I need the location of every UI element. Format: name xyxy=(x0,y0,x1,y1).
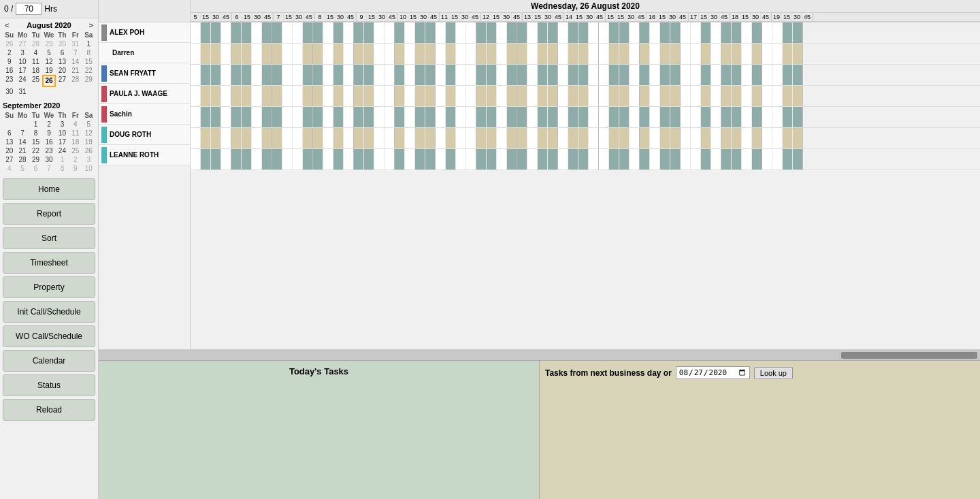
resource-row-3[interactable]: PAULA J. WAAGE xyxy=(99,84,190,104)
sep-day-3[interactable]: 3 xyxy=(56,120,69,129)
lookup-button[interactable]: Look up xyxy=(754,367,793,379)
sep-day-30[interactable]: 30 xyxy=(42,155,55,164)
nav-reload[interactable]: Reload xyxy=(3,399,95,421)
sep-day-9[interactable]: 9 xyxy=(69,164,82,173)
sep-day-12[interactable]: 12 xyxy=(82,129,95,138)
sep-day-[interactable] xyxy=(3,120,16,129)
sep-day-1[interactable]: 1 xyxy=(29,120,42,129)
aug-day-5[interactable]: 5 xyxy=(42,48,55,57)
aug-day-8[interactable]: 8 xyxy=(82,48,95,57)
aug-day-6[interactable]: 6 xyxy=(56,48,69,57)
sep-day-4[interactable]: 4 xyxy=(3,164,16,173)
aug-day-21[interactable]: 21 xyxy=(69,66,82,75)
aug-day-23[interactable]: 23 xyxy=(3,75,16,87)
resource-row-6[interactable]: LEANNE ROTH xyxy=(99,145,190,165)
nav-init-call/schedule[interactable]: Init Call/Schedule xyxy=(3,301,95,323)
aug-day-27[interactable]: 27 xyxy=(16,39,29,48)
resource-row-4[interactable]: Sachin xyxy=(99,104,190,125)
sep-day-22[interactable]: 22 xyxy=(29,146,42,155)
aug-day-9[interactable]: 9 xyxy=(3,57,16,66)
aug-prev-button[interactable]: < xyxy=(3,21,11,29)
sep-day-4[interactable]: 4 xyxy=(69,120,82,129)
sep-day-25[interactable]: 25 xyxy=(69,146,82,155)
sep-day-2[interactable]: 2 xyxy=(42,120,55,129)
resource-row-2[interactable]: SEAN FRYATT xyxy=(99,63,190,84)
scrollbar-row[interactable] xyxy=(99,350,980,361)
sep-day-9[interactable]: 9 xyxy=(42,129,55,138)
aug-day-14[interactable]: 14 xyxy=(69,57,82,66)
sep-day-1[interactable]: 1 xyxy=(56,155,69,164)
sep-day-19[interactable]: 19 xyxy=(82,138,95,146)
resource-row-1[interactable]: Darren xyxy=(99,43,190,63)
aug-day-2[interactable]: 2 xyxy=(3,48,16,57)
sep-day-2[interactable]: 2 xyxy=(69,155,82,164)
aug-day-20[interactable]: 20 xyxy=(56,66,69,75)
sep-day-10[interactable]: 10 xyxy=(56,129,69,138)
aug-day-19[interactable]: 19 xyxy=(42,66,55,75)
sep-day-20[interactable]: 20 xyxy=(3,146,16,155)
sep-day-5[interactable]: 5 xyxy=(82,120,95,129)
sep-day-8[interactable]: 8 xyxy=(29,129,42,138)
sep-day-10[interactable]: 10 xyxy=(82,164,95,173)
scrollbar-thumb[interactable] xyxy=(841,352,977,359)
aug-day-22[interactable]: 22 xyxy=(82,66,95,75)
aug-day-13[interactable]: 13 xyxy=(56,57,69,66)
aug-day-28[interactable]: 28 xyxy=(69,75,82,87)
sep-day-18[interactable]: 18 xyxy=(69,138,82,146)
aug-day-24[interactable]: 24 xyxy=(16,75,29,87)
sep-day-[interactable] xyxy=(16,120,29,129)
sep-day-29[interactable]: 29 xyxy=(29,155,42,164)
aug-day-7[interactable]: 7 xyxy=(69,48,82,57)
sep-day-7[interactable]: 7 xyxy=(42,164,55,173)
aug-day-29[interactable]: 29 xyxy=(82,75,95,87)
resource-row-5[interactable]: DOUG ROTH xyxy=(99,125,190,145)
sep-day-11[interactable]: 11 xyxy=(69,129,82,138)
sep-day-6[interactable]: 6 xyxy=(3,129,16,138)
sep-day-14[interactable]: 14 xyxy=(16,138,29,146)
sep-day-16[interactable]: 16 xyxy=(42,138,55,146)
aug-day-31[interactable]: 31 xyxy=(16,87,29,96)
aug-day-31[interactable]: 31 xyxy=(69,39,82,48)
nav-sort[interactable]: Sort xyxy=(3,227,95,249)
aug-day-26[interactable]: 26 xyxy=(3,39,16,48)
sep-day-21[interactable]: 21 xyxy=(16,146,29,155)
aug-day-17[interactable]: 17 xyxy=(16,66,29,75)
nav-property[interactable]: Property xyxy=(3,276,95,298)
sep-day-13[interactable]: 13 xyxy=(3,138,16,146)
sep-day-3[interactable]: 3 xyxy=(82,155,95,164)
sep-day-28[interactable]: 28 xyxy=(16,155,29,164)
sep-day-24[interactable]: 24 xyxy=(56,146,69,155)
hours-input[interactable] xyxy=(16,3,42,15)
sep-day-17[interactable]: 17 xyxy=(56,138,69,146)
sep-day-27[interactable]: 27 xyxy=(3,155,16,164)
aug-day-27[interactable]: 27 xyxy=(56,75,69,87)
aug-next-button[interactable]: > xyxy=(87,21,95,29)
sep-day-23[interactable]: 23 xyxy=(42,146,55,155)
aug-day-3[interactable]: 3 xyxy=(16,48,29,57)
nav-report[interactable]: Report xyxy=(3,203,95,225)
sep-day-15[interactable]: 15 xyxy=(29,138,42,146)
aug-day-28[interactable]: 28 xyxy=(29,39,42,48)
sep-day-6[interactable]: 6 xyxy=(29,164,42,173)
sep-day-5[interactable]: 5 xyxy=(16,164,29,173)
aug-day-18[interactable]: 18 xyxy=(29,66,42,75)
aug-day-15[interactable]: 15 xyxy=(82,57,95,66)
aug-day-1[interactable]: 1 xyxy=(82,39,95,48)
aug-day-26[interactable]: 26 xyxy=(42,75,55,87)
sep-day-8[interactable]: 8 xyxy=(56,164,69,173)
next-date-input[interactable] xyxy=(676,366,750,379)
aug-day-25[interactable]: 25 xyxy=(29,75,42,87)
aug-day-29[interactable]: 29 xyxy=(42,39,55,48)
sep-day-7[interactable]: 7 xyxy=(16,129,29,138)
aug-day-10[interactable]: 10 xyxy=(16,57,29,66)
resource-row-0[interactable]: ALEX POH xyxy=(99,22,190,43)
aug-day-11[interactable]: 11 xyxy=(29,57,42,66)
sep-day-26[interactable]: 26 xyxy=(82,146,95,155)
aug-day-16[interactable]: 16 xyxy=(3,66,16,75)
aug-day-30[interactable]: 30 xyxy=(56,39,69,48)
nav-calendar[interactable]: Calendar xyxy=(3,350,95,372)
aug-day-30[interactable]: 30 xyxy=(3,87,16,96)
nav-status[interactable]: Status xyxy=(3,374,95,396)
nav-wo-call/schedule[interactable]: WO Call/Schedule xyxy=(3,325,95,347)
nav-timesheet[interactable]: Timesheet xyxy=(3,252,95,274)
